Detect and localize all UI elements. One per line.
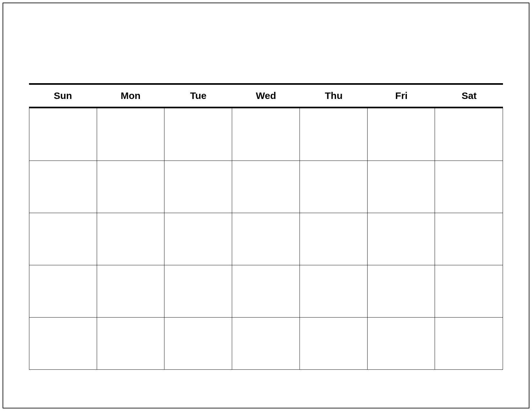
day-cell: [164, 213, 232, 265]
week-row: [29, 317, 503, 369]
week-row: [29, 161, 503, 213]
day-cell: [97, 265, 165, 317]
day-cell: [435, 318, 503, 369]
day-header-fri: Fri: [368, 85, 435, 107]
day-cell: [29, 318, 97, 369]
day-cell: [300, 161, 368, 213]
day-cell: [29, 161, 97, 213]
day-header-sun: Sun: [29, 85, 97, 107]
day-cell: [435, 213, 503, 265]
day-cell: [368, 108, 435, 161]
day-cell: [300, 213, 368, 265]
day-header-mon: Mon: [97, 85, 164, 107]
calendar-grid: [29, 108, 503, 370]
page-frame: Sun Mon Tue Wed Thu Fri Sat: [3, 3, 529, 408]
day-cell: [29, 265, 97, 317]
day-header-sat: Sat: [435, 85, 503, 107]
day-cell: [164, 318, 232, 369]
week-row: [29, 265, 503, 317]
day-cell: [164, 108, 232, 161]
day-cell: [232, 318, 300, 369]
day-cell: [435, 161, 503, 213]
day-cell: [232, 213, 300, 265]
day-cell: [300, 108, 368, 161]
day-header-tue: Tue: [164, 85, 232, 107]
day-cell: [368, 318, 435, 369]
week-row: [29, 108, 503, 161]
day-cell: [164, 265, 232, 317]
day-header-thu: Thu: [300, 85, 368, 107]
day-cell: [232, 265, 300, 317]
day-cell: [97, 161, 165, 213]
day-cell: [368, 213, 435, 265]
day-cell: [368, 161, 435, 213]
day-cell: [435, 265, 503, 317]
day-cell: [164, 161, 232, 213]
day-cell: [435, 108, 503, 161]
day-cell: [97, 108, 165, 161]
day-cell: [29, 108, 97, 161]
calendar-header-row: Sun Mon Tue Wed Thu Fri Sat: [29, 83, 503, 108]
day-header-wed: Wed: [232, 85, 300, 107]
day-cell: [232, 161, 300, 213]
day-cell: [97, 318, 165, 369]
day-cell: [300, 265, 368, 317]
day-cell: [97, 213, 165, 265]
day-cell: [368, 265, 435, 317]
day-cell: [300, 318, 368, 369]
day-cell: [232, 108, 300, 161]
calendar-container: Sun Mon Tue Wed Thu Fri Sat: [29, 83, 503, 370]
week-row: [29, 213, 503, 265]
day-cell: [29, 213, 97, 265]
